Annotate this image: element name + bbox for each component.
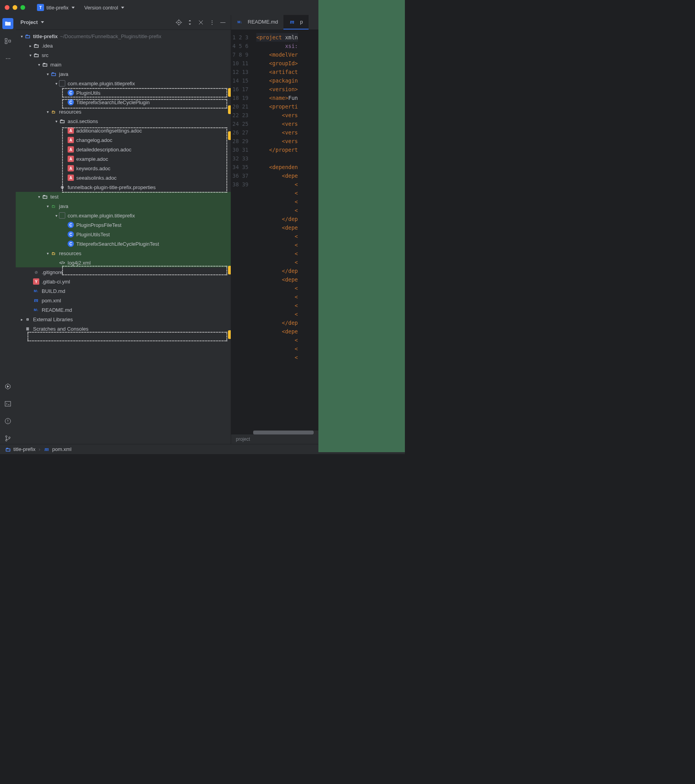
project-panel: Project ⋮ —	[16, 15, 231, 444]
expand-all-icon[interactable]	[187, 19, 193, 26]
svg-rect-0	[5, 39, 7, 40]
chevron-down-icon	[41, 21, 44, 23]
tree-item-main-resources[interactable]: 🗀resources	[16, 107, 231, 116]
collapse-all-icon[interactable]	[198, 19, 204, 26]
tree-item-gitignore[interactable]: ⊘.gitignore	[16, 267, 231, 277]
tree-item-src[interactable]: src	[16, 50, 231, 60]
tree-item-adoc[interactable]: Aseealsolinks.adoc	[16, 173, 231, 182]
scratch-icon: ≣	[24, 326, 31, 332]
tree-root[interactable]: title-prefix ~/Documents/Funnelback_Plug…	[16, 31, 231, 41]
tree-item-main-pkg[interactable]: com.example.plugin.titleprefix	[16, 79, 231, 88]
tree-item-adoc[interactable]: Akeywords.adoc	[16, 164, 231, 173]
chevron-down-icon	[121, 7, 124, 9]
warning-circle-icon	[5, 418, 11, 424]
tree-item-gitlab-ci[interactable]: Y.gitlab-ci.yml	[16, 277, 231, 286]
tree-item-pluginutils[interactable]: CPluginUtils	[16, 88, 231, 98]
package-icon	[59, 212, 65, 219]
adoc-icon: A	[68, 137, 74, 143]
adoc-icon: A	[68, 175, 74, 181]
class-icon: C	[68, 222, 74, 228]
ellipsis-icon: ⋯	[6, 55, 11, 61]
tree-item-main-java[interactable]: java	[16, 69, 231, 79]
folder-icon	[33, 52, 39, 58]
code[interactable]: <project xmln xsi: <modelVer <groupId> <…	[253, 30, 298, 434]
adoc-icon: A	[68, 127, 74, 134]
project-tree[interactable]: title-prefix ~/Documents/Funnelback_Plug…	[16, 30, 231, 444]
left-toolbar: ⋯	[0, 15, 16, 444]
tree-item-external-libs[interactable]: ⧈External Libraries	[16, 315, 231, 324]
structure-icon	[5, 38, 11, 44]
tree-item-scratches[interactable]: ≣Scratches and Consoles	[16, 324, 231, 333]
panel-header: Project ⋮ —	[16, 15, 231, 30]
callout-3: 3	[228, 131, 231, 140]
svg-point-9	[9, 437, 10, 438]
terminal-tool-button[interactable]	[2, 398, 13, 409]
options-icon[interactable]: ⋮	[209, 19, 215, 26]
tree-item-idea[interactable]: .idea	[16, 41, 231, 50]
structure-tool-button[interactable]	[2, 35, 13, 46]
tree-item-lifecycleplugin[interactable]: CTitleprefixSearchLifeCyclePlugin	[16, 98, 231, 107]
tree-item-test-pkg[interactable]: com.example.plugin.titleprefix	[16, 211, 231, 220]
tree-item-adoc[interactable]: Adetaileddescription.adoc	[16, 145, 231, 154]
tree-item-main[interactable]: main	[16, 60, 231, 69]
minimize-icon[interactable]	[13, 5, 17, 10]
class-icon: C	[68, 90, 74, 96]
close-icon[interactable]	[5, 5, 9, 10]
svg-point-11	[178, 22, 180, 23]
crumb-project[interactable]: title-prefix	[5, 446, 35, 453]
project-tool-button[interactable]	[2, 18, 13, 29]
callout-5: 5	[228, 330, 231, 339]
tree-item-adoc[interactable]: Aadditionalconfigsettings.adoc	[16, 126, 231, 135]
tab-pom[interactable]: m p	[283, 15, 308, 29]
svg-rect-2	[9, 40, 11, 42]
tree-item-adoc[interactable]: Achangelog.adoc	[16, 135, 231, 145]
properties-icon: ⚙	[59, 184, 65, 190]
tree-item-properties[interactable]: ⚙funnelback-plugin-title-prefix.properti…	[16, 182, 231, 192]
chevron-down-icon	[72, 7, 75, 9]
source-folder-icon	[50, 71, 57, 77]
problems-tool-button[interactable]	[2, 416, 13, 427]
panel-title[interactable]: Project	[20, 19, 44, 25]
svg-rect-5	[5, 401, 11, 406]
crumb-file[interactable]: m pom.xml	[44, 446, 72, 453]
tree-item-log4j[interactable]: </>log4j2.xml	[16, 258, 231, 267]
scrollbar-thumb[interactable]	[253, 431, 314, 434]
callout-2: 2	[228, 105, 231, 114]
module-icon	[5, 446, 11, 453]
window-controls[interactable]	[5, 5, 25, 10]
run-tool-button[interactable]	[2, 381, 13, 392]
more-tool-button[interactable]: ⋯	[2, 53, 13, 64]
tree-item-test-resources[interactable]: 🗀resources	[16, 248, 231, 258]
hide-panel-icon[interactable]: —	[220, 19, 226, 26]
tree-item-ascii[interactable]: ascii.sections	[16, 116, 231, 126]
crumb-separator-icon: ›	[39, 446, 40, 452]
git-tool-button[interactable]	[2, 433, 13, 444]
tree-item-test-cls-lifecycle[interactable]: CTitleprefixSearchLifeCyclePluginTest	[16, 239, 231, 248]
adoc-icon: A	[68, 156, 74, 162]
tree-item-build-md[interactable]: M↓BUILD.md	[16, 286, 231, 296]
vcs-label: Version control	[84, 5, 118, 11]
project-menu[interactable]: T title-prefix	[34, 2, 78, 13]
callout-1: 1	[228, 88, 231, 97]
gitignore-icon: ⊘	[33, 269, 39, 275]
tree-item-test-java[interactable]: 🗀java	[16, 201, 231, 211]
maximize-icon[interactable]	[20, 5, 25, 10]
tree-item-pom[interactable]: mpom.xml	[16, 296, 231, 305]
tree-item-adoc[interactable]: Aexample.adoc	[16, 154, 231, 164]
tree-item-test[interactable]: test	[16, 192, 231, 201]
folder-icon	[33, 42, 39, 49]
locate-icon[interactable]	[176, 19, 182, 26]
vcs-menu[interactable]: Version control	[81, 3, 127, 12]
tree-item-readme[interactable]: M↓README.md	[16, 305, 231, 315]
gutter: 1 2 3 4 5 6 7 8 9 10 11 12 13 14 15 16 1…	[231, 30, 253, 434]
tree-item-test-cls[interactable]: CPluginPropsFileTest	[16, 220, 231, 230]
tab-readme[interactable]: M↓ README.md	[231, 15, 283, 29]
svg-marker-4	[7, 385, 9, 388]
package-icon	[59, 80, 65, 86]
overlay-strip	[318, 0, 405, 452]
maven-icon: m	[44, 446, 50, 453]
module-icon	[24, 33, 31, 39]
tree-item-test-cls[interactable]: CPluginUtilsTest	[16, 230, 231, 239]
yaml-icon: Y	[33, 278, 39, 285]
markdown-icon: M↓	[33, 307, 39, 313]
